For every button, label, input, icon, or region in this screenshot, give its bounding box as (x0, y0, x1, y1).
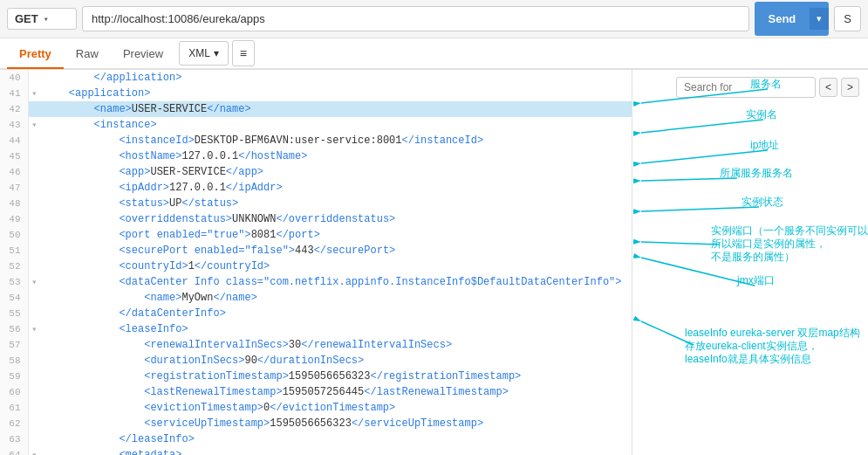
fold-indicator (28, 337, 40, 353)
code-content: <leaseInfo> (40, 321, 632, 337)
table-row: 59 <registrationTimestamp>1595056656323<… (0, 369, 632, 384)
code-content: </application> (40, 70, 632, 86)
line-number: 61 (0, 400, 28, 416)
ann-instance-port2: 所以端口是实例的属性， (711, 238, 826, 250)
line-number: 64 (0, 447, 28, 455)
line-number: 41 (0, 86, 28, 101)
fold-indicator[interactable]: ▾ (28, 321, 40, 337)
tabs-row: Pretty Raw Preview XML ▾ ≡ (0, 38, 868, 70)
fold-indicator (28, 431, 40, 447)
format-button[interactable]: ≡ (232, 40, 255, 66)
send-button-group: Send ▾ (755, 2, 830, 36)
ann-ip-addr: ip地址 (750, 139, 779, 151)
code-content: </leaseInfo> (40, 431, 632, 447)
fold-indicator (28, 243, 40, 259)
method-dropdown[interactable]: GET ▾ (7, 8, 77, 30)
code-content: <hostName>127.0.0.1</hostName> (40, 148, 632, 164)
svg-line-4 (641, 150, 768, 163)
table-row: 45 <hostName>127.0.0.1</hostName> (0, 148, 632, 164)
code-content: <port enabled="true">8081</port> (40, 227, 632, 243)
url-input[interactable] (82, 6, 749, 31)
ann-instance-port1: 实例端口（一个服务不同实例可以不同端口， (711, 224, 868, 237)
table-row: 60 <lastRenewalTimestamp>1595057256445</… (0, 384, 632, 400)
fold-indicator (28, 70, 40, 86)
fold-indicator (28, 290, 40, 306)
code-panel[interactable]: 40 </application>41▾ <application>42 <na… (0, 70, 632, 455)
search-prev-button[interactable]: < (819, 78, 837, 97)
fold-indicator[interactable]: ▾ (28, 274, 40, 290)
tab-preview[interactable]: Preview (111, 40, 175, 69)
fold-indicator (28, 101, 40, 117)
fold-indicator[interactable]: ▾ (28, 447, 40, 455)
code-content: <overriddenstatus>UNKNOWN</overriddensta… (40, 211, 632, 227)
code-content: <securePort enabled="false">443</secureP… (40, 243, 632, 259)
code-content: <dataCenter Info class="com.netflix.appi… (40, 274, 632, 290)
table-row: 44 <instanceId>DESKTOP-BFM6AVN:user-serv… (0, 133, 632, 148)
fold-indicator[interactable]: ▾ (28, 117, 40, 133)
save-button[interactable]: S (834, 6, 861, 31)
code-content: <name>USER-SERVICE</name> (40, 101, 632, 117)
code-content: <instance> (40, 117, 632, 133)
svg-line-9 (641, 321, 694, 345)
table-row: 40 </application> (0, 70, 632, 86)
ann-lease3: leaseInfo就是具体实例信息 (685, 353, 811, 365)
fold-indicator (28, 211, 40, 227)
code-table: 40 </application>41▾ <application>42 <na… (0, 70, 632, 455)
line-number: 58 (0, 353, 28, 369)
code-content: <durationInSecs>90</durationInSecs> (40, 353, 632, 369)
code-content: <name>MyOwn</name> (40, 290, 632, 306)
xml-dropdown-arrow: ▾ (214, 47, 219, 59)
code-content: <app>USER-SERVICE</app> (40, 164, 632, 180)
table-row: 57 <renewalIntervalInSecs>30</renewalInt… (0, 337, 632, 353)
fold-indicator (28, 227, 40, 243)
line-number: 43 (0, 117, 28, 133)
fold-indicator (28, 164, 40, 180)
line-number: 51 (0, 243, 28, 259)
table-row: 55 </dataCenterInfo> (0, 306, 632, 321)
line-number: 47 (0, 180, 28, 196)
tab-raw[interactable]: Raw (64, 40, 111, 69)
fold-indicator (28, 416, 40, 431)
line-number: 63 (0, 431, 28, 447)
table-row: 41▾ <application> (0, 86, 632, 101)
line-number: 44 (0, 133, 28, 148)
svg-line-7 (641, 242, 720, 245)
table-row: 54 <name>MyOwn</name> (0, 290, 632, 306)
fold-indicator (28, 306, 40, 321)
table-row: 62 <serviceUpTimestamp>1595056656323</se… (0, 416, 632, 431)
table-row: 46 <app>USER-SERVICE</app> (0, 164, 632, 180)
line-number: 59 (0, 369, 28, 384)
line-number: 56 (0, 321, 28, 337)
svg-line-5 (641, 178, 737, 181)
code-content: <evictionTimestamp>0</evictionTimestamp> (40, 400, 632, 416)
table-row: 53▾ <dataCenter Info class="com.netflix.… (0, 274, 632, 290)
line-number: 40 (0, 70, 28, 86)
send-dropdown-arrow[interactable]: ▾ (810, 8, 829, 30)
code-content: <registrationTimestamp>1595056656323</re… (40, 369, 632, 384)
search-next-button[interactable]: > (841, 78, 859, 97)
table-row: 50 <port enabled="true">8081</port> (0, 227, 632, 243)
search-box: < > (676, 77, 859, 98)
fold-indicator (28, 400, 40, 416)
code-content: <serviceUpTimestamp>1595056656323</servi… (40, 416, 632, 431)
fold-indicator[interactable]: ▾ (28, 86, 40, 101)
right-panel: < > 服务名 实例名 ip地址 所属服务服 (632, 70, 868, 455)
search-input[interactable] (676, 77, 816, 98)
annotations-svg: 服务名 实例名 ip地址 所属服务服务名 实例状态 实例端口（一个服务不同实例可… (632, 70, 868, 455)
tab-pretty[interactable]: Pretty (7, 40, 64, 69)
line-number: 50 (0, 227, 28, 243)
line-number: 49 (0, 211, 28, 227)
send-button[interactable]: Send (755, 7, 810, 31)
svg-line-3 (641, 120, 763, 133)
ann-instance-status: 实例状态 (742, 196, 783, 208)
line-number: 42 (0, 101, 28, 117)
fold-indicator (28, 148, 40, 164)
xml-format-dropdown[interactable]: XML ▾ (179, 41, 229, 65)
line-number: 45 (0, 148, 28, 164)
table-row: 42 <name>USER-SERVICE</name> (0, 101, 632, 117)
xml-label: XML (188, 47, 210, 59)
code-content: <instanceId>DESKTOP-BFM6AVN:user-service… (40, 133, 632, 148)
code-content: </dataCenterInfo> (40, 306, 632, 321)
fold-indicator (28, 133, 40, 148)
table-row: 61 <evictionTimestamp>0</evictionTimesta… (0, 400, 632, 416)
